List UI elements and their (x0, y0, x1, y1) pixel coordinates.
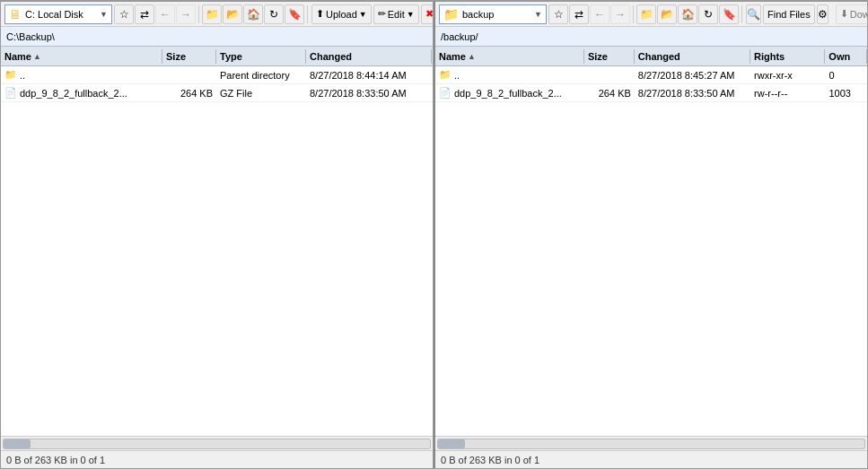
right-row0-name: .. (454, 70, 460, 81)
right-col-name-label: Name (439, 51, 466, 62)
left-edit-arrow-icon: ▼ (407, 10, 415, 19)
right-download-label: Download (850, 9, 868, 20)
right-toolbar: 📁 backup ▼ ☆ ⇄ ← → 📁 📂 🏠 ↻ 🔖 (435, 2, 867, 27)
left-toolbar: 🖥 C: Local Disk ▼ ☆ ⇄ ← → 📁 📂 🏠 ↻ 🔖 (1, 2, 433, 27)
panels-row: 🖥 C: Local Disk ▼ ☆ ⇄ ← → 📁 📂 🏠 ↻ 🔖 (0, 0, 868, 469)
left-status-bar: 0 B of 263 KB in 0 of 1 (1, 450, 433, 468)
left-cell-type-0: Parent directory (216, 69, 306, 82)
left-upload-label: Upload (326, 9, 357, 20)
left-bookmark2-btn[interactable]: 🔖 (285, 4, 304, 24)
left-location-label: C: Local Disk (25, 9, 96, 20)
left-fwd-btn[interactable]: → (176, 4, 196, 24)
right-file-row-1[interactable]: 📄 ddp_9_8_2_fullback_2... 264 KB 8/27/20… (435, 84, 867, 102)
left-col-name-header[interactable]: Name ▲ (1, 49, 162, 64)
right-fwd-btn[interactable]: → (610, 4, 630, 24)
left-delete-btn[interactable]: ✖ (421, 4, 434, 24)
left-scroll-track (3, 439, 431, 449)
right-status-bar: 0 B of 263 KB in 0 of 1 (435, 450, 867, 468)
left-scrollbar-h[interactable] (1, 436, 433, 450)
right-row1-name: ddp_9_8_2_fullback_2... (454, 88, 562, 99)
right-file-list: 📁 .. 8/27/2018 8:45:27 AM rwxr-xr-x 0 📄 … (435, 66, 867, 436)
left-bookmark-btn[interactable]: ☆ (114, 4, 134, 24)
right-cell-name-0: 📁 .. (435, 68, 584, 82)
left-toolbar-icons: ☆ ⇄ ← → 📁 📂 🏠 ↻ 🔖 (114, 4, 310, 24)
right-sync-btn[interactable]: ⇄ (569, 4, 589, 24)
right-col-name-sort-icon: ▲ (468, 52, 476, 61)
right-newfolder-btn[interactable]: 📁 (636, 4, 656, 24)
right-download-btn[interactable]: ⬇ Download ▼ (836, 4, 868, 24)
right-cell-name-1: 📄 ddp_9_8_2_fullback_2... (435, 86, 584, 100)
left-col-size-label: Size (166, 51, 186, 62)
left-upload-btn[interactable]: ⬆ Upload ▼ (311, 4, 372, 24)
right-bookmark-btn[interactable]: ☆ (548, 4, 568, 24)
left-row0-folder-icon: 📁 (4, 69, 17, 81)
right-home-btn[interactable]: 🏠 (678, 4, 697, 24)
left-cell-size-0 (162, 74, 216, 76)
left-cell-changed-1: 8/27/2018 8:33:50 AM (306, 87, 432, 100)
left-drive-icon: 🖥 (9, 7, 22, 22)
right-cell-changed-0: 8/27/2018 8:45:27 AM (635, 69, 750, 82)
right-file-row-0[interactable]: 📁 .. 8/27/2018 8:45:27 AM rwxr-xr-x 0 (435, 66, 867, 84)
right-scrollbar-h[interactable] (435, 436, 867, 450)
left-sync-btn[interactable]: ⇄ (135, 4, 154, 24)
right-col-name-header[interactable]: Name ▲ (435, 49, 584, 64)
right-back-btn[interactable]: ← (590, 4, 609, 24)
left-file-list: 📁 .. Parent directory 8/27/2018 8:44:14 … (1, 66, 433, 436)
right-cell-owner-0: 0 (825, 69, 867, 82)
right-location-dropdown-icon: ▼ (534, 10, 542, 19)
left-col-name-label: Name (4, 51, 31, 62)
right-cell-owner-1: 1003 (825, 87, 867, 100)
left-back-btn[interactable]: ← (155, 4, 175, 24)
right-col-size-label: Size (588, 51, 608, 62)
right-col-owner-header[interactable]: Own (825, 49, 867, 64)
right-col-changed-header[interactable]: Changed (635, 49, 750, 64)
right-row0-folder-icon: 📁 (439, 69, 452, 81)
right-sep1 (633, 5, 634, 23)
left-col-type-label: Type (220, 51, 242, 62)
left-col-changed-label: Changed (310, 51, 352, 62)
right-find-files-icon[interactable]: 🔍 (746, 4, 761, 24)
right-cell-rights-1: rw-r--r-- (750, 87, 825, 100)
right-up-btn[interactable]: 📂 (657, 4, 677, 24)
right-bookmark2-btn[interactable]: 🔖 (719, 4, 739, 24)
right-col-rights-header[interactable]: Rights (750, 49, 825, 64)
left-panel: 🖥 C: Local Disk ▼ ☆ ⇄ ← → 📁 📂 🏠 ↻ 🔖 (0, 1, 434, 469)
right-find-files-btn[interactable]: Find Files (763, 4, 815, 24)
left-col-changed-header[interactable]: Changed (306, 49, 432, 64)
right-column-headers: Name ▲ Size Changed Rights Own (435, 47, 867, 66)
left-col-type-header[interactable]: Type (216, 49, 306, 64)
left-location-box[interactable]: 🖥 C: Local Disk ▼ (4, 4, 112, 24)
left-cell-size-1: 264 KB (162, 87, 216, 100)
left-location-dropdown-icon: ▼ (100, 10, 108, 19)
upload-arrow-icon: ▼ (359, 10, 367, 19)
right-toolbar-icons: ☆ ⇄ ← → 📁 📂 🏠 ↻ 🔖 (548, 4, 744, 24)
left-path-bar: C:\Backup\ (1, 27, 433, 47)
right-col-owner-label: Own (829, 51, 850, 62)
right-col-size-header[interactable]: Size (584, 49, 635, 64)
right-cell-size-0 (584, 74, 635, 76)
left-up-btn[interactable]: 📂 (223, 4, 242, 24)
left-cell-name-0: 📁 .. (1, 68, 162, 82)
left-home-btn[interactable]: 🏠 (243, 4, 263, 24)
left-delete-icon: ✖ (425, 8, 434, 20)
right-drive-icon: 📁 (443, 7, 459, 22)
right-extra-btn[interactable]: ⚙ (817, 4, 829, 24)
right-refresh-btn[interactable]: ↻ (698, 4, 718, 24)
right-path-bar: /backup/ (435, 27, 867, 47)
left-newfolder-btn[interactable]: 📁 (202, 4, 222, 24)
left-row1-name: ddp_9_8_2_fullback_2... (20, 88, 127, 99)
left-file-row-1[interactable]: 📄 ddp_9_8_2_fullback_2... 264 KB GZ File… (1, 84, 433, 102)
left-sep2 (307, 5, 308, 23)
right-cell-changed-1: 8/27/2018 8:33:50 AM (635, 87, 750, 100)
left-refresh-btn[interactable]: ↻ (264, 4, 284, 24)
left-edit-btn[interactable]: ✏ Edit ▼ (373, 4, 419, 24)
right-scroll-thumb[interactable] (438, 439, 465, 448)
left-scroll-thumb[interactable] (4, 439, 31, 448)
left-path-text: C:\Backup\ (6, 31, 55, 42)
left-file-row-0[interactable]: 📁 .. Parent directory 8/27/2018 8:44:14 … (1, 66, 433, 84)
left-status-text: 0 B of 263 KB in 0 of 1 (6, 455, 105, 465)
left-row1-file-icon: 📄 (4, 87, 17, 99)
right-location-box[interactable]: 📁 backup ▼ (439, 4, 547, 24)
left-col-size-header[interactable]: Size (162, 49, 216, 64)
right-col-changed-label: Changed (638, 51, 680, 62)
